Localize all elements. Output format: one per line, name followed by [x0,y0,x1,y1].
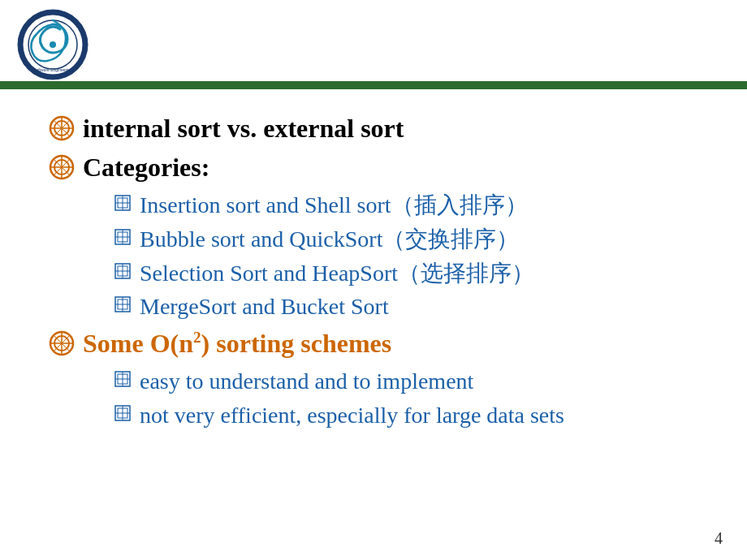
selection-sort-label: Selection Sort and HeapSort（选择排序） [140,258,534,289]
bubble-sort-label: Bubble sort and QuickSort（交换排序） [140,224,519,255]
orange-bullet-icon-2 [49,154,75,180]
blue-bullet-icon-4 [114,295,132,313]
blue-bullet-icon-6 [114,404,132,422]
list-item: not very efficient, especially for large… [114,400,698,431]
efficient-label: not very efficient, especially for large… [140,400,564,431]
slide-content: internal sort vs. external sort Categori… [0,89,747,450]
internal-sort-label: internal sort vs. external sort [83,112,404,144]
list-item: Some O(n2) sorting schemes [49,327,698,360]
blue-bullet-icon-3 [114,262,132,280]
categories-subitems: Insertion sort and Shell sort（插入排序） Bubb… [49,190,698,322]
slide-header: Software Engineering [0,0,747,89]
categories-label: Categories: [83,151,209,183]
orange-bullet-icon-3 [49,330,75,356]
insertion-sort-label: Insertion sort and Shell sort（插入排序） [140,190,528,221]
blue-bullet-icon-2 [114,228,132,246]
page-number: 4 [715,529,723,548]
list-item: internal sort vs. external sort [49,112,698,144]
logo-container: Software Engineering [16,8,89,81]
list-item: Categories: [49,151,698,183]
university-logo: Software Engineering [16,8,89,81]
green-divider [0,81,747,85]
blue-bullet-icon-5 [114,370,132,388]
svg-text:Software Engineering: Software Engineering [33,67,72,72]
svg-point-4 [50,41,56,48]
mergesort-label: MergeSort and Bucket Sort [140,291,389,322]
list-item: easy to understand and to implement [114,366,698,397]
easy-label: easy to understand and to implement [140,366,473,397]
list-item: MergeSort and Bucket Sort [114,291,698,322]
list-item: Insertion sort and Shell sort（插入排序） [114,190,698,221]
list-item: Bubble sort and QuickSort（交换排序） [114,224,698,255]
on2-subitems: easy to understand and to implement not … [49,366,698,431]
on2-label: Some O(n2) sorting schemes [83,327,391,360]
list-item: Selection Sort and HeapSort（选择排序） [114,258,698,289]
orange-bullet-icon [49,115,75,141]
blue-bullet-icon [114,194,132,212]
